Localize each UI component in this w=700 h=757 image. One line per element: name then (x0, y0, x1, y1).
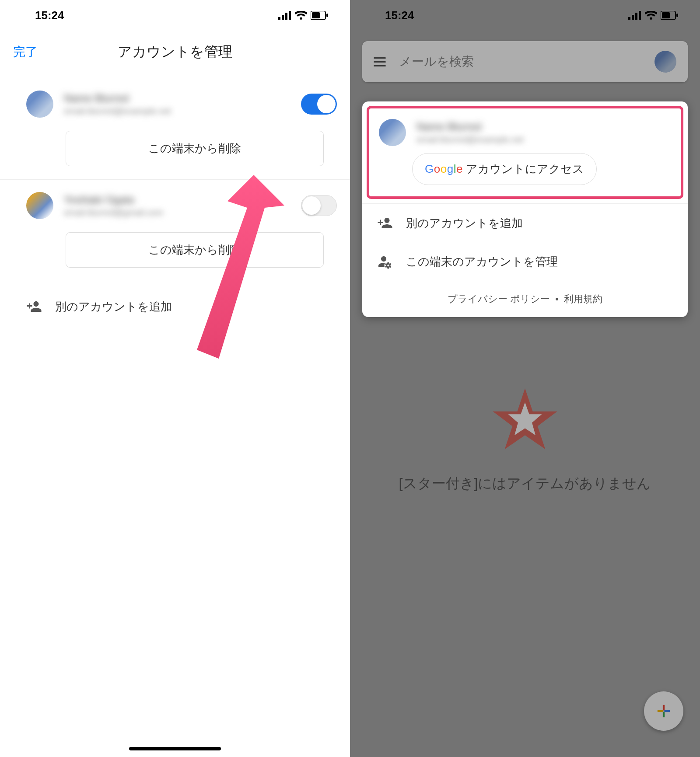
account-1-section: Name Blurred email.blurred@example.net こ… (0, 78, 350, 166)
person-add-icon (377, 215, 393, 231)
wifi-icon (295, 11, 307, 20)
separator-dot: • (555, 293, 559, 304)
svg-rect-3 (289, 11, 291, 20)
cellular-icon (278, 11, 291, 20)
home-indicator[interactable] (129, 747, 221, 750)
left-phone: 15:24 完了 アカウントを管理 Name Blurred email.blu… (0, 0, 350, 757)
current-account-row[interactable]: Name Blurred email.blurred@example.net (377, 116, 673, 153)
page-title: アカウントを管理 (118, 42, 232, 62)
account-2-name: Yoshiaki Ogata (64, 194, 290, 206)
avatar (26, 91, 53, 118)
manage-account-row[interactable]: この端末のアカウントを管理 (362, 242, 688, 281)
manage-accounts-icon (377, 254, 393, 269)
current-account-text: Name Blurred email.blurred@example.net (416, 121, 671, 145)
add-account-row[interactable]: 別のアカウントを追加 (362, 203, 688, 242)
account-2-section: Yoshiaki Ogata email.blurred@gmail.com こ… (0, 179, 350, 268)
avatar (26, 192, 53, 219)
account-1-toggle[interactable] (301, 94, 337, 115)
svg-rect-1 (282, 15, 284, 20)
account-1-email: email.blurred@example.net (64, 106, 290, 116)
svg-rect-6 (326, 14, 328, 17)
account-2-text: Yoshiaki Ogata email.blurred@gmail.com (64, 194, 290, 218)
current-account-email: email.blurred@example.net (416, 135, 671, 145)
account-2-email: email.blurred@gmail.com (64, 208, 290, 218)
svg-rect-0 (278, 17, 280, 20)
svg-rect-2 (285, 13, 287, 20)
add-account-row[interactable]: 別のアカウントを追加 (0, 281, 350, 332)
account-2-toggle[interactable] (301, 195, 337, 216)
avatar (379, 119, 406, 146)
manage-account-label: この端末のアカウントを管理 (406, 254, 558, 269)
battery-icon (311, 11, 328, 20)
google-access-button[interactable]: Google アカウントにアクセス (412, 153, 597, 185)
account-sheet: Name Blurred email.blurred@example.net G… (362, 101, 688, 317)
account-2-row: Yoshiaki Ogata email.blurred@gmail.com (0, 180, 350, 227)
header: 完了 アカウントを管理 (0, 31, 350, 78)
status-icons (278, 11, 328, 20)
person-add-icon (26, 299, 42, 314)
account-1-row: Name Blurred email.blurred@example.net (0, 78, 350, 126)
add-account-label: 別のアカウントを追加 (55, 299, 172, 314)
footer-links: プライバシー ポリシー • 利用規約 (362, 281, 688, 317)
status-time: 15:24 (35, 9, 64, 22)
right-phone: 15:24 メールを検索 [スター付き]にはアイテムがありません Name Bl… (350, 0, 700, 757)
google-access-label: アカウントにアクセス (466, 162, 584, 175)
terms-link[interactable]: 利用規約 (564, 293, 602, 304)
privacy-link[interactable]: プライバシー ポリシー (448, 293, 550, 304)
highlighted-section: Name Blurred email.blurred@example.net G… (367, 106, 683, 199)
account-1-text: Name Blurred email.blurred@example.net (64, 92, 290, 116)
status-bar: 15:24 (0, 0, 350, 31)
account-1-name: Name Blurred (64, 92, 290, 105)
add-account-label: 別のアカウントを追加 (406, 216, 523, 231)
done-button[interactable]: 完了 (13, 44, 38, 60)
svg-rect-5 (312, 12, 320, 18)
account-1-remove-button[interactable]: この端末から削除 (66, 131, 324, 166)
account-2-remove-button[interactable]: この端末から削除 (66, 232, 324, 268)
current-account-name: Name Blurred (416, 121, 671, 133)
